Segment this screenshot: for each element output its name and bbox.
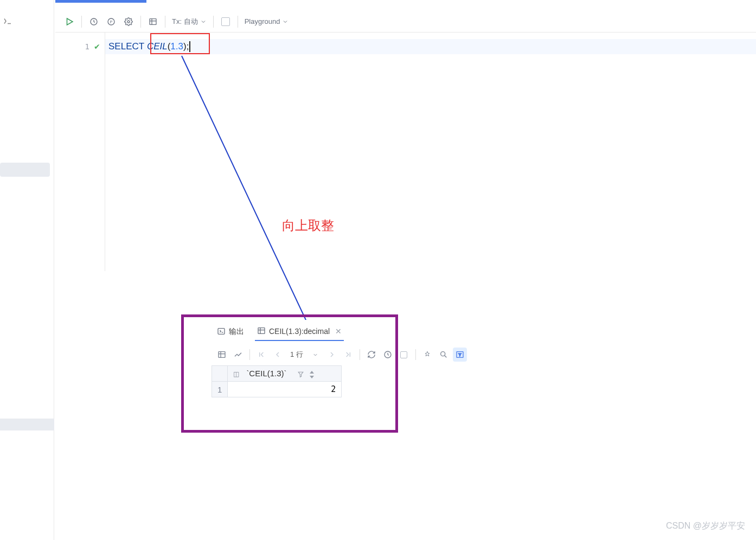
active-tab-indicator <box>55 0 146 3</box>
tx-mode-dropdown[interactable]: Tx: 自动 <box>170 17 209 27</box>
stop-refresh-icon[interactable] <box>397 348 411 362</box>
playground-label: Playground <box>245 17 280 25</box>
search-icon[interactable] <box>437 348 451 362</box>
watermark: CSDN @岁岁岁平安 <box>666 520 745 532</box>
settings-icon[interactable] <box>121 14 136 29</box>
toolbar-separator <box>165 16 165 28</box>
pin-icon[interactable] <box>420 348 434 362</box>
code-line-1[interactable]: SELECT CEIL(1.3); <box>105 39 756 54</box>
filter-panel-icon[interactable] <box>453 348 467 362</box>
sidebar-bottom-item[interactable] <box>0 419 54 430</box>
svg-point-4 <box>127 21 130 23</box>
sql-number: 1.3 <box>170 41 183 52</box>
stop-icon[interactable] <box>218 14 233 29</box>
table-view-icon[interactable] <box>145 14 161 29</box>
tx-label: Tx: 自动 <box>172 17 198 27</box>
editor-toolbar: P Tx: 自动 Playground <box>55 11 756 33</box>
svg-marker-0 <box>67 18 73 25</box>
run-icon[interactable] <box>62 14 77 29</box>
sql-func-ceil: CEIL <box>147 41 168 52</box>
sql-keyword-select: SELECT <box>108 41 144 52</box>
left-sidebar <box>0 0 54 540</box>
code-editor[interactable]: 1 ✔ SELECT CEIL(1.3); <box>55 33 756 271</box>
toolbar-separator <box>213 16 214 28</box>
check-icon: ✔ <box>94 42 100 51</box>
svg-point-21 <box>441 352 445 356</box>
toolbar-separator <box>81 16 82 28</box>
annotation-label: 向上取整 <box>282 217 334 234</box>
editor-gutter: 1 ✔ <box>55 33 105 271</box>
text-cursor <box>189 41 190 52</box>
playground-dropdown[interactable]: Playground <box>242 17 291 25</box>
structure-icon[interactable] <box>3 16 12 29</box>
toolbar-separator <box>415 349 416 360</box>
line-number: 1 <box>85 42 89 51</box>
svg-line-22 <box>445 356 447 358</box>
result-highlight-box <box>181 314 398 433</box>
explain-plan-icon[interactable]: P <box>104 14 119 29</box>
sidebar-active-item[interactable] <box>0 163 50 177</box>
svg-rect-5 <box>150 18 156 24</box>
history-icon[interactable] <box>86 14 101 29</box>
svg-text:P: P <box>110 19 113 24</box>
code-content[interactable]: SELECT CEIL(1.3); <box>105 33 756 271</box>
toolbar-separator <box>140 16 141 28</box>
toolbar-separator <box>238 16 238 28</box>
